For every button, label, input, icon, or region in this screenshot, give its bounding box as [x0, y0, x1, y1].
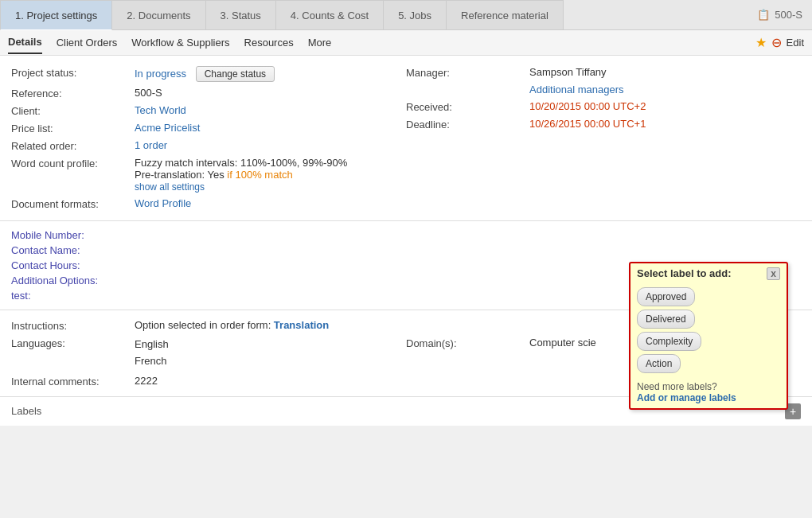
label-languages: Languages:	[11, 337, 135, 349]
row-received: Received: 10/20/2015 00:00 UTC+2	[406, 98, 801, 115]
value-doc-formats: Word Profile	[135, 197, 406, 209]
instructions-prefix: Option selected in order form:	[135, 319, 274, 331]
label-popup-footer: Need more labels? Add or manage labels	[630, 376, 787, 408]
value-pricelist: Acme Pricelist	[135, 122, 406, 134]
label-popup-header: Select label to add: x	[630, 263, 787, 284]
tab-documents[interactable]: 2. Documents	[112, 0, 205, 29]
sub-nav: Details Client Orders Workflow & Supplie…	[0, 30, 812, 56]
label-related-order: Related order:	[11, 139, 135, 152]
label-word-count: Word count profile:	[11, 157, 135, 169]
value-related-order: 1 order	[135, 139, 406, 151]
label-option-complexity[interactable]: Complexity	[637, 332, 701, 351]
subnav-client-orders[interactable]: Client Orders	[57, 32, 118, 53]
tab-jobs[interactable]: 5. Jobs	[384, 0, 447, 29]
tab-badge: 📋 500-S	[757, 0, 812, 29]
row-client: Client: Tech World	[11, 102, 406, 119]
tab-label: 5. Jobs	[398, 10, 431, 21]
need-more-labels-text: Need more labels?	[637, 381, 780, 392]
row-doc-formats: Document formats: Word Profile	[11, 195, 406, 212]
label-instructions: Instructions:	[11, 319, 135, 332]
label-internal-comments: Internal comments:	[11, 375, 135, 388]
value-word-count: Fuzzy match intervals: 110%-100%, 99%-90…	[135, 157, 406, 193]
labels-title: Labels	[11, 405, 41, 417]
label-contact-hours: Contact Hours:	[11, 259, 135, 271]
fuzzy-line1: Fuzzy match intervals: 110%-100%, 99%-90…	[135, 157, 406, 169]
tab-label: Reference material	[461, 10, 548, 21]
tab-spacer	[564, 0, 757, 29]
row-pricelist: Price list: Acme Pricelist	[11, 119, 406, 137]
main-content: Project status: In progress Change statu…	[0, 56, 812, 426]
edit-link[interactable]: Edit	[787, 32, 804, 53]
tab-status[interactable]: 3. Status	[206, 0, 276, 29]
tab-reference-material[interactable]: Reference material	[447, 0, 564, 29]
show-all-link[interactable]: show all settings	[135, 181, 205, 193]
instructions-highlight: Translation	[274, 319, 329, 331]
value-project-status: In progress Change status	[135, 66, 406, 82]
tab-counts-cost[interactable]: 4. Counts & Cost	[276, 0, 384, 29]
delete-icon[interactable]: ⊖	[771, 35, 782, 50]
tab-project-settings[interactable]: 1. Project settings	[0, 0, 112, 30]
label-project-status: Project status:	[11, 66, 135, 79]
label-mobile: Mobile Number:	[11, 229, 135, 241]
row-contact-name: Contact Name:	[11, 243, 801, 258]
detail-section-main: Project status: In progress Change statu…	[0, 56, 812, 221]
row-mobile: Mobile Number:	[11, 228, 801, 243]
badge-text: 500-S	[775, 9, 802, 21]
label-test: test:	[11, 290, 135, 302]
instructions-col-left: Languages: English French	[11, 334, 406, 372]
show-all-settings[interactable]: show all settings	[135, 181, 406, 193]
value-manager: Sampson Tiffany	[529, 66, 801, 78]
tab-bar: 1. Project settings 2. Documents 3. Stat…	[0, 0, 812, 30]
row-add-managers: Additional managers	[406, 81, 801, 98]
label-option-action[interactable]: Action	[637, 354, 681, 373]
detail-col-right: Manager: Sampson Tiffany Additional mana…	[406, 64, 801, 212]
label-additional-options: Additional Options:	[11, 275, 135, 286]
row-related-order: Related order: 1 order	[11, 137, 406, 154]
labels-section: Labels + Select label to add: x Approved…	[0, 397, 812, 426]
value-received: 10/20/2015 00:00 UTC+2	[529, 100, 801, 112]
add-managers-link[interactable]: Additional managers	[529, 84, 624, 95]
label-client: Client:	[11, 104, 135, 117]
row-manager: Manager: Sampson Tiffany	[406, 64, 801, 81]
detail-col-left: Project status: In progress Change statu…	[11, 64, 406, 212]
doc-formats-link[interactable]: Word Profile	[135, 197, 191, 209]
badge-icon: 📋	[757, 9, 770, 21]
label-popup-close-button[interactable]: x	[767, 267, 780, 280]
label-popup: Select label to add: x Approved Delivere…	[629, 262, 788, 410]
label-add-managers-empty	[406, 84, 529, 84]
lang-french: French	[135, 353, 406, 370]
pricelist-link[interactable]: Acme Pricelist	[135, 122, 200, 134]
fuzzy-line2: Pre-translation: Yes if 100% match	[135, 169, 406, 181]
subnav-more[interactable]: More	[308, 32, 332, 53]
subnav-workflow-suppliers[interactable]: Workflow & Suppliers	[131, 32, 229, 53]
label-manager: Manager:	[406, 66, 529, 79]
row-word-count: Word count profile: Fuzzy match interval…	[11, 154, 406, 195]
related-order-link[interactable]: 1 order	[135, 139, 167, 151]
change-status-button[interactable]: Change status	[196, 66, 275, 82]
tab-label: 1. Project settings	[15, 10, 97, 21]
label-received: Received:	[406, 100, 529, 113]
pretranslation-prefix: Pre-translation: Yes	[135, 169, 227, 181]
tab-label: 3. Status	[221, 10, 261, 21]
detail-cols: Project status: In progress Change statu…	[11, 64, 801, 212]
star-icon[interactable]: ★	[755, 35, 767, 50]
project-status-link[interactable]: In progress	[135, 68, 186, 80]
value-deadline: 10/26/2015 00:00 UTC+1	[529, 118, 801, 130]
subnav-details[interactable]: Details	[8, 31, 42, 54]
client-link[interactable]: Tech World	[135, 104, 186, 116]
label-deadline: Deadline:	[406, 118, 529, 130]
label-doc-formats: Document formats:	[11, 197, 135, 210]
label-option-delivered[interactable]: Delivered	[637, 310, 695, 329]
subnav-resources[interactable]: Resources	[244, 32, 294, 53]
pretranslation-highlight: if 100% match	[227, 169, 292, 181]
row-reference: Reference: 500-S	[11, 84, 406, 102]
label-reference: Reference:	[11, 87, 135, 99]
label-domains: Domain(s):	[406, 337, 529, 349]
lang-english: English	[135, 337, 406, 353]
manage-labels-link[interactable]: Add or manage labels	[637, 392, 736, 403]
label-option-approved[interactable]: Approved	[637, 287, 695, 306]
row-deadline: Deadline: 10/26/2015 00:00 UTC+1	[406, 115, 801, 133]
value-reference: 500-S	[135, 87, 406, 99]
tab-label: 4. Counts & Cost	[291, 10, 369, 21]
value-languages: English French	[135, 337, 406, 370]
